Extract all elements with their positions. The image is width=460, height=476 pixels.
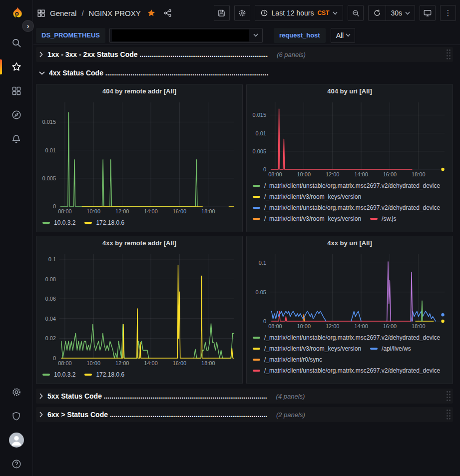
svg-text:0: 0 xyxy=(53,203,56,209)
svg-text:16:00: 16:00 xyxy=(383,171,397,177)
legend-item[interactable]: 10.0.3.2 xyxy=(42,217,75,228)
page-title[interactable]: NGINX PROXY xyxy=(89,9,141,17)
legend-item[interactable]: /_matrix/client/v3/room_keys/version xyxy=(253,343,361,354)
svg-text:0.015: 0.015 xyxy=(252,112,266,118)
favorite-star-icon[interactable] xyxy=(147,8,156,17)
legend-label[interactable]: /_matrix/client/unstable/org.matrix.msc2… xyxy=(264,182,440,189)
svg-text:18:00: 18:00 xyxy=(201,208,215,214)
legend-label[interactable]: /_matrix/client/unstable/org.matrix.msc2… xyxy=(264,334,440,341)
cycle-view-mode-button[interactable] xyxy=(420,5,436,21)
legend-item[interactable]: /_matrix/client/r0/sync xyxy=(253,354,322,365)
legend-label[interactable]: 172.18.0.6 xyxy=(96,219,124,226)
time-series-chart[interactable]: 00.020.040.060.080.108:0010:0012:0014:00… xyxy=(39,250,239,367)
sidebar-item-explore[interactable] xyxy=(0,103,32,127)
sidebar-item-search[interactable] xyxy=(0,31,32,55)
sidebar-item-configuration[interactable] xyxy=(0,380,32,404)
sidebar-expand-button[interactable]: › xyxy=(22,20,34,32)
svg-text:08:00: 08:00 xyxy=(58,360,72,366)
legend-item[interactable]: /_matrix/client/unstable/org.matrix.msc2… xyxy=(253,180,440,191)
svg-text:0.01: 0.01 xyxy=(256,130,266,136)
legend-label[interactable]: /_matrix/client/unstable/org.matrix.msc2… xyxy=(264,367,440,374)
legend-marker-icon xyxy=(84,374,92,376)
legend-label[interactable]: 172.18.0.6 xyxy=(96,371,124,378)
svg-text:18:00: 18:00 xyxy=(412,323,426,329)
refresh-interval-dropdown[interactable]: 30s xyxy=(386,5,415,20)
panel-title[interactable]: 4xx by remote addr [All] xyxy=(39,236,239,250)
legend-label[interactable]: /_matrix/client/v3/room_keys/version xyxy=(264,193,361,200)
sidebar-item-server-admin[interactable] xyxy=(0,404,32,428)
row-header-4xx[interactable]: 4xx Status Code ........................… xyxy=(36,65,453,80)
row-header-5xx[interactable]: 5xx Status Code ........................… xyxy=(36,389,453,404)
save-dashboard-button[interactable] xyxy=(214,5,230,21)
timezone-label: CST xyxy=(317,9,329,16)
row-drag-handle-icon[interactable] xyxy=(446,409,451,420)
sidebar-item-starred[interactable] xyxy=(0,55,32,79)
time-range-picker[interactable]: Last 12 hours CST xyxy=(255,5,344,21)
sidebar-item-help[interactable] xyxy=(0,452,32,476)
svg-text:12:00: 12:00 xyxy=(326,323,340,329)
variable-label-request-host[interactable]: request_host xyxy=(274,28,326,43)
refresh-button[interactable] xyxy=(369,5,386,20)
chevron-right-icon xyxy=(39,51,43,57)
legend-marker-icon xyxy=(253,337,260,339)
legend-label[interactable]: /api/live/ws xyxy=(382,345,411,352)
time-series-chart[interactable]: 00.0050.010.01508:0010:0012:0014:0016:00… xyxy=(250,98,450,178)
share-icon[interactable] xyxy=(163,8,172,17)
legend-item[interactable]: /_matrix/client/v3/room_keys/version xyxy=(253,213,361,224)
help-icon xyxy=(11,459,22,470)
time-series-chart[interactable]: 00.050.108:0010:0012:0014:0016:0018:00 xyxy=(250,250,450,330)
time-series-chart[interactable]: 00.0050.010.01508:0010:0012:0014:0016:00… xyxy=(39,98,239,215)
legend-label[interactable]: /_matrix/client/v3/room_keys/version xyxy=(264,215,361,222)
zoom-out-icon xyxy=(352,9,360,17)
row-drag-handle-icon[interactable] xyxy=(446,391,451,402)
explore-compass-icon xyxy=(11,109,22,120)
legend-item[interactable]: /sw.js xyxy=(370,213,396,224)
row-drag-handle-icon[interactable] xyxy=(446,49,451,60)
legend-marker-icon xyxy=(84,222,92,224)
sidebar-item-dashboards[interactable] xyxy=(0,79,32,103)
legend-label[interactable]: 10.0.3.2 xyxy=(54,219,75,226)
legend-item[interactable]: /_matrix/client/unstable/org.matrix.msc2… xyxy=(253,202,440,213)
legend-label[interactable]: 10.0.3.2 xyxy=(54,371,75,378)
panel-4xx-by-remote-addr: 4xx by remote addr [All] 00.020.040.060.… xyxy=(36,236,243,384)
svg-text:10:00: 10:00 xyxy=(87,208,101,214)
legend-label[interactable]: /_matrix/client/v3/room_keys/version xyxy=(264,345,361,352)
legend-item[interactable]: 172.18.0.6 xyxy=(84,217,124,228)
legend-item[interactable]: /_matrix/client/v3/room_keys/version xyxy=(253,191,361,202)
legend-label[interactable]: /_matrix/client/unstable/org.matrix.msc2… xyxy=(264,204,440,211)
configuration-gear-icon xyxy=(11,387,22,398)
variable-dropdown-ds-prometheus[interactable] xyxy=(109,28,263,43)
svg-text:12:00: 12:00 xyxy=(326,171,340,177)
legend-item[interactable]: 10.0.3.2 xyxy=(42,369,75,380)
sidebar-item-profile[interactable] xyxy=(0,428,32,452)
svg-text:0.01: 0.01 xyxy=(45,147,56,153)
panel-title[interactable]: 404 by uri [All] xyxy=(250,84,450,98)
sidebar-item-alerting[interactable] xyxy=(0,127,32,151)
chart-legend: 10.0.3.2172.18.0.6 xyxy=(39,367,239,380)
legend-label[interactable]: /_matrix/client/r0/sync xyxy=(264,356,322,363)
row-header-1xx-3xx-2xx[interactable]: 1xx - 3xx - 2xx Status Code ............… xyxy=(36,47,453,62)
row-header-6xx[interactable]: 6xx > Status Code ......................… xyxy=(36,407,453,422)
row-panel-count: (6 panels) xyxy=(277,51,306,58)
gear-icon xyxy=(238,8,247,17)
row-panel-count: (4 panels) xyxy=(276,393,305,400)
variable-dropdown-request-host[interactable]: All xyxy=(331,28,356,43)
svg-text:0.05: 0.05 xyxy=(256,289,266,295)
legend-label[interactable]: /sw.js xyxy=(382,215,396,222)
legend-marker-icon xyxy=(370,218,378,220)
legend-item[interactable]: 172.18.0.6 xyxy=(84,369,124,380)
legend-item[interactable]: /_matrix/client/unstable/org.matrix.msc2… xyxy=(253,332,440,343)
zoom-out-time-button[interactable] xyxy=(348,5,364,21)
panel-title[interactable]: 4xx by uri [All] xyxy=(250,236,450,250)
chevron-down-icon xyxy=(346,33,351,37)
svg-text:0.04: 0.04 xyxy=(45,316,56,322)
breadcrumb-section[interactable]: General xyxy=(50,9,76,17)
more-options-button[interactable]: ⋮ xyxy=(440,5,456,21)
dashboard-settings-button[interactable] xyxy=(234,5,250,21)
legend-item[interactable]: /_matrix/client/unstable/org.matrix.msc2… xyxy=(253,365,440,376)
legend-item[interactable]: /api/live/ws xyxy=(370,343,411,354)
legend-marker-icon xyxy=(42,374,50,376)
variable-label-ds-prometheus[interactable]: DS_PROMETHEUS xyxy=(36,28,105,43)
panel-title[interactable]: 404 by remote addr [All] xyxy=(39,84,239,98)
chart-legend: 10.0.3.2172.18.0.6 xyxy=(39,215,239,228)
